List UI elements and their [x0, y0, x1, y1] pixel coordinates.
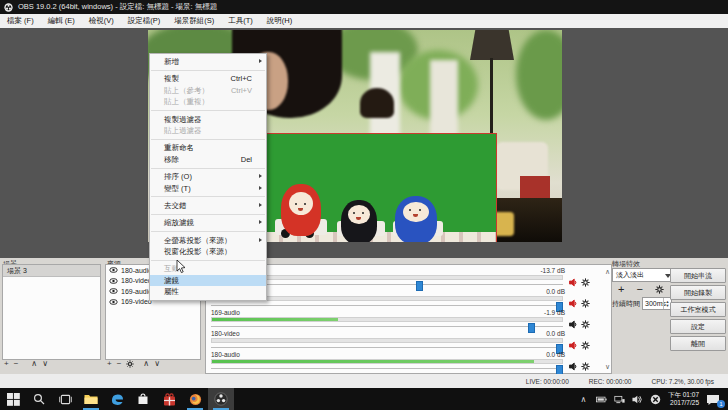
menu-edit[interactable]: 編輯 (E): [41, 16, 82, 26]
channel-gear-icon[interactable]: [581, 320, 590, 329]
menu-help[interactable]: 說明(H): [260, 16, 299, 26]
source-up-button[interactable]: ∧: [143, 360, 149, 368]
battery-icon[interactable]: [596, 394, 607, 405]
menu-item-paste-duplicate: 貼上（重複）: [150, 96, 266, 107]
menu-profile[interactable]: 設定檔(P): [121, 16, 168, 26]
scene-down-button[interactable]: ∨: [42, 360, 48, 368]
menu-item-transform[interactable]: 變型 (T): [150, 183, 266, 194]
exit-button[interactable]: 離開: [670, 336, 726, 351]
task-view-button[interactable]: [52, 388, 78, 410]
network-icon[interactable]: [614, 394, 625, 405]
scene-up-button[interactable]: ∧: [31, 360, 37, 368]
volume-meter: [211, 317, 563, 322]
settings-button[interactable]: 設定: [670, 319, 726, 334]
scenes-list[interactable]: 場景 3: [2, 264, 101, 360]
obs-taskbar-button[interactable]: [208, 388, 234, 410]
file-explorer-icon: [84, 393, 98, 405]
eye-icon[interactable]: [109, 288, 118, 294]
tray-chevron-up-icon[interactable]: ∧: [578, 394, 589, 405]
menu-item-copy[interactable]: 複製Ctrl+C: [150, 73, 266, 84]
mixer-db-value: 0.0 dB: [546, 351, 565, 358]
tray-clock[interactable]: 下午 01:07 2017/7/25: [668, 391, 699, 407]
volume-slider[interactable]: [211, 323, 563, 330]
dock-area: 場景 場景 3 + − ∧ ∨ 來源 180-audio 180-video 1…: [0, 258, 728, 374]
submenu-arrow-icon: [259, 186, 262, 190]
menu-tools[interactable]: 工具(T): [221, 16, 260, 26]
menu-view[interactable]: 檢視(V): [82, 16, 121, 26]
menu-item-scale-filtering[interactable]: 縮放濾鏡: [150, 217, 266, 228]
speaker-icon[interactable]: [569, 362, 578, 371]
add-scene-button[interactable]: +: [4, 360, 9, 368]
mute-speaker-icon[interactable]: [569, 278, 578, 287]
volume-slider[interactable]: [211, 344, 563, 351]
obs-icon: [214, 392, 228, 406]
store-button[interactable]: [130, 388, 156, 410]
menu-item-remove[interactable]: 移除Del: [150, 154, 266, 165]
studio-mode-button[interactable]: 工作室模式: [670, 302, 726, 317]
menu-item-windowed-projector[interactable]: 視窗化投影（來源）: [150, 246, 266, 257]
x-circle-icon[interactable]: [650, 394, 661, 405]
add-source-button[interactable]: +: [107, 360, 112, 368]
gift-icon: [163, 393, 176, 406]
menu-scene-collection[interactable]: 場景群組(S): [167, 16, 221, 26]
start-button[interactable]: [0, 388, 26, 410]
mute-speaker-icon[interactable]: [569, 299, 578, 308]
mixer-db-value: -1.9 dB: [544, 309, 565, 316]
channel-gear-icon[interactable]: [581, 362, 590, 371]
source-properties-gear-icon[interactable]: [126, 360, 134, 368]
eye-icon[interactable]: [109, 278, 118, 284]
channel-gear-icon[interactable]: [581, 341, 590, 350]
menu-item-copy-filters[interactable]: 複製過濾器: [150, 114, 266, 125]
mixer-channel: 180-video 0.0 dB: [208, 330, 593, 351]
menu-item-rename[interactable]: 重新命名: [150, 142, 266, 153]
search-icon: [33, 393, 45, 405]
source-down-button[interactable]: ∨: [154, 360, 160, 368]
mute-speaker-icon[interactable]: [569, 341, 578, 350]
menu-item-properties[interactable]: 屬性: [150, 286, 266, 297]
eye-icon[interactable]: [109, 299, 118, 305]
transition-toolbar: + −: [618, 283, 664, 295]
submenu-arrow-icon: [259, 203, 262, 207]
live-time: LIVE: 00:00:00: [526, 378, 569, 385]
menu-item-fullscreen-projector[interactable]: 全螢幕投影（來源）: [150, 235, 266, 246]
remove-source-button[interactable]: −: [117, 360, 122, 368]
preview-area[interactable]: [0, 28, 728, 258]
remove-transition-button[interactable]: −: [637, 283, 643, 295]
cpu-fps: CPU: 7.2%, 30.00 fps: [651, 378, 714, 385]
channel-gear-icon[interactable]: [581, 299, 590, 308]
system-tray: ∧ 下午 01:07 2017/7/25 1: [578, 391, 728, 407]
speaker-icon[interactable]: [569, 320, 578, 329]
transition-gear-icon[interactable]: [655, 285, 664, 294]
add-transition-button[interactable]: +: [618, 283, 624, 295]
menu-separator: [151, 231, 265, 232]
duration-spinbox[interactable]: 300ms ▲▼: [642, 297, 672, 310]
menu-item-add[interactable]: 新增: [150, 56, 266, 67]
file-explorer-button[interactable]: [78, 388, 104, 410]
eye-icon[interactable]: [109, 267, 118, 273]
remove-scene-button[interactable]: −: [14, 360, 19, 368]
task-view-icon: [59, 394, 72, 405]
volume-slider[interactable]: [211, 302, 563, 309]
edge-button[interactable]: [104, 388, 130, 410]
firefox-button[interactable]: [182, 388, 208, 410]
menu-item-filters[interactable]: 濾鏡: [150, 275, 266, 286]
submenu-arrow-icon: [259, 174, 262, 178]
mixer-scroll-up[interactable]: ∧: [605, 268, 610, 276]
channel-gear-icon[interactable]: [581, 278, 590, 287]
menu-item-deinterlacing[interactable]: 去交錯: [150, 200, 266, 211]
menu-separator: [151, 139, 265, 140]
volume-meter: [211, 359, 563, 364]
gift-app-button[interactable]: [156, 388, 182, 410]
start-streaming-button[interactable]: 開始串流: [670, 268, 726, 283]
menu-item-order[interactable]: 排序 (O): [150, 171, 266, 182]
start-recording-button[interactable]: 開始錄製: [670, 285, 726, 300]
volume-icon[interactable]: [632, 394, 643, 405]
search-button[interactable]: [26, 388, 52, 410]
menu-file[interactable]: 檔案 (F): [0, 16, 41, 26]
mixer-scroll-down[interactable]: ∨: [605, 363, 610, 371]
transition-select[interactable]: 淡入淡出: [612, 268, 674, 282]
scene-item[interactable]: 場景 3: [3, 265, 100, 277]
volume-slider[interactable]: [211, 365, 563, 372]
action-center-button[interactable]: 1: [706, 392, 722, 406]
green-screen-source-selected[interactable]: [264, 133, 497, 242]
